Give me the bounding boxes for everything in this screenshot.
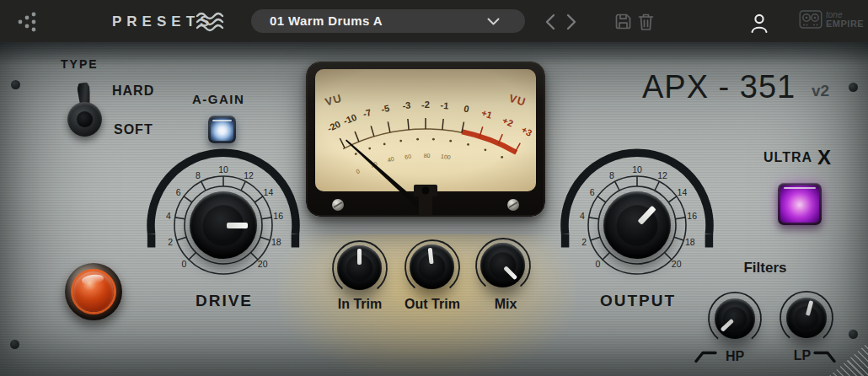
mix-label: Mix [459,297,552,312]
type-switch[interactable] [67,81,104,153]
vu-meter: -20-10-7-5-3-2-10+1+2+3020406080100VUVU [306,62,545,217]
ultra-x-label: ULTRA X [764,150,831,165]
header-bar: PRESETS 01 Warm Drums A [0,0,868,42]
drive-knob[interactable] [190,191,257,259]
chevron-down-icon [487,18,500,25]
again-label: A-GAIN [192,92,244,106]
svg-text:10: 10 [218,164,228,175]
delete-preset-icon[interactable] [638,13,654,31]
svg-text:6: 6 [590,187,595,197]
screw [11,80,20,89]
in-trim-knob[interactable] [337,245,382,290]
svg-text:8: 8 [196,170,201,180]
faceplate: TYPE HARD SOFT A-GAIN -20-10-7-5-3-2-10+… [0,42,868,376]
svg-text:80: 80 [424,153,431,158]
svg-text:20: 20 [672,259,682,269]
ultra-x-button-lamp [780,185,819,223]
hp-filter-knob[interactable] [715,298,755,339]
svg-text:12: 12 [244,170,254,180]
svg-text:12: 12 [657,170,667,180]
svg-text:4: 4 [166,211,171,221]
preset-name: 01 Warm Drums A [270,13,383,28]
type-option-hard[interactable]: HARD [112,83,154,99]
svg-text:-3: -3 [402,100,411,111]
hp-knob-pointer [721,319,735,332]
screw [849,83,858,92]
drive-label: DRIVE [165,292,283,310]
power-button-lamp [73,271,114,312]
svg-text:60: 60 [405,153,412,160]
svg-text:16: 16 [273,211,283,221]
save-preset-icon[interactable] [614,13,632,30]
svg-text:0: 0 [181,259,186,269]
screw [10,340,19,349]
lp-knob-pointer [805,300,812,316]
model-title: APX - 351 [642,69,796,105]
svg-text:10: 10 [632,164,642,175]
svg-text:14: 14 [678,187,688,197]
tape-machine-icon [799,8,822,30]
tone-empire-logo: tone EMPIRE [799,8,864,30]
lp-filter-knob[interactable] [786,298,827,338]
type-switch-base [67,102,102,137]
highpass-icon [694,351,717,363]
model-version: v2 [812,82,829,100]
previous-preset-button[interactable] [544,13,556,30]
output-knob[interactable] [603,191,671,259]
svg-text:-1: -1 [440,100,449,111]
waves-icon[interactable] [196,12,226,32]
lowpass-icon [813,351,836,363]
again-button-lamp [211,118,233,141]
svg-text:18: 18 [271,237,281,247]
ultra-x-letter: X [817,150,831,165]
svg-text:14: 14 [264,187,274,197]
out-trim-knob[interactable] [410,244,454,289]
mix-knob[interactable] [480,243,525,287]
again-button[interactable] [208,115,236,143]
type-label: TYPE [61,57,99,71]
svg-text:6: 6 [176,187,181,197]
hp-label: HP [716,349,753,364]
user-account-icon[interactable] [749,13,769,34]
svg-text:20: 20 [258,259,268,269]
svg-text:2: 2 [581,237,587,247]
svg-text:8: 8 [609,170,614,180]
routing-icon[interactable] [17,11,42,33]
mix-knob-pointer [503,266,517,280]
svg-text:16: 16 [687,211,697,221]
svg-text:-2: -2 [421,99,430,110]
plugin-window: PRESETS 01 Warm Drums A [0,0,868,376]
svg-text:2: 2 [168,237,173,247]
power-button[interactable] [65,263,122,320]
out-trim-knob-pointer [428,248,434,264]
type-option-soft[interactable]: SOFT [114,122,153,137]
brand-words: tone EMPIRE [826,11,864,28]
next-preset-button[interactable] [565,13,577,30]
svg-text:0: 0 [595,259,600,269]
svg-text:4: 4 [580,211,585,221]
filters-label: Filters [723,260,807,277]
ultra-word: ULTRA [764,150,812,165]
brand-word-empire: EMPIRE [826,19,864,28]
preset-selector[interactable]: 01 Warm Drums A [251,9,525,33]
drive-knob-pointer [227,223,248,228]
output-label: OUTPUT [579,292,697,310]
output-knob-pointer [637,205,656,224]
ultra-x-button[interactable] [778,183,822,225]
screw [849,330,858,339]
in-trim-knob-pointer [357,249,362,265]
svg-text:18: 18 [685,237,695,247]
